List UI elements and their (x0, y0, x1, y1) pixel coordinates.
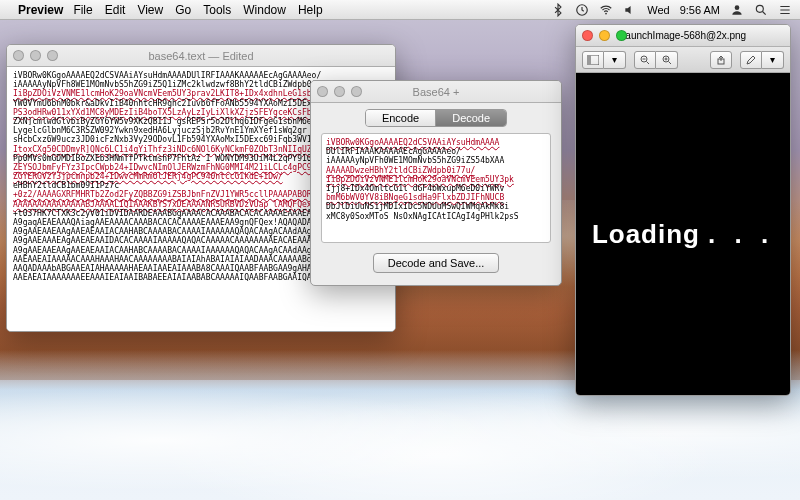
textedit-title: base64.text — Edited (13, 50, 389, 62)
time-machine-icon[interactable] (575, 3, 589, 17)
clock-time[interactable]: 9:56 AM (680, 4, 720, 16)
zoom-button[interactable] (616, 30, 627, 41)
menu-tools[interactable]: Tools (203, 3, 231, 17)
minimize-button[interactable] (334, 86, 345, 97)
volume-icon[interactable] (623, 3, 637, 17)
loading-dots: . . . (708, 219, 774, 250)
base64-window: Base64 + Encode Decode iVBORw0KGgoAAAAEQ… (310, 80, 562, 286)
loading-text: Loading (592, 219, 700, 250)
menu-window[interactable]: Window (243, 3, 286, 17)
minimize-button[interactable] (30, 50, 41, 61)
bluetooth-icon[interactable] (551, 3, 565, 17)
preview-image-area: Loading . . . (576, 73, 790, 395)
minimize-button[interactable] (599, 30, 610, 41)
wifi-icon[interactable] (599, 3, 613, 17)
sidebar-toggle-button[interactable] (582, 51, 604, 69)
base64-titlebar[interactable]: Base64 + (311, 81, 561, 103)
preview-toolbar: ▾ ▾ (576, 47, 790, 73)
base64-textarea[interactable]: iVBORw0KGgoAAAAEQ2dCSVAAiAYsuHdmAAAADUlI… (321, 133, 551, 243)
encode-tab[interactable]: Encode (366, 110, 435, 126)
zoom-button[interactable] (351, 86, 362, 97)
user-icon[interactable] (730, 3, 744, 17)
preview-titlebar[interactable]: LaunchImage-568h@2x.png (576, 25, 790, 47)
markup-menu-button[interactable]: ▾ (762, 51, 784, 69)
preview-window: LaunchImage-568h@2x.png ▾ ▾ Loading . . … (575, 24, 791, 396)
notification-center-icon[interactable] (778, 3, 792, 17)
decode-save-button[interactable]: Decode and Save... (373, 253, 500, 273)
svg-rect-5 (587, 55, 591, 65)
segmented-control: Encode Decode (311, 103, 561, 133)
decode-tab[interactable]: Decode (435, 110, 506, 126)
menubar: Preview File Edit View Go Tools Window H… (0, 0, 800, 20)
share-button[interactable] (710, 51, 732, 69)
textedit-titlebar[interactable]: base64.text — Edited (7, 45, 395, 67)
close-button[interactable] (317, 86, 328, 97)
zoom-button[interactable] (47, 50, 58, 61)
zoom-out-button[interactable] (634, 51, 656, 69)
zoom-in-button[interactable] (656, 51, 678, 69)
menu-go[interactable]: Go (175, 3, 191, 17)
spotlight-icon[interactable] (754, 3, 768, 17)
sidebar-menu-button[interactable]: ▾ (604, 51, 626, 69)
clock-day[interactable]: Wed (647, 4, 669, 16)
menu-view[interactable]: View (137, 3, 163, 17)
markup-button[interactable] (740, 51, 762, 69)
close-button[interactable] (13, 50, 24, 61)
menu-file[interactable]: File (73, 3, 92, 17)
svg-point-2 (735, 5, 740, 10)
svg-point-3 (756, 5, 763, 12)
menu-help[interactable]: Help (298, 3, 323, 17)
close-button[interactable] (582, 30, 593, 41)
svg-point-1 (605, 12, 607, 14)
menu-edit[interactable]: Edit (105, 3, 126, 17)
app-menu[interactable]: Preview (18, 3, 63, 17)
